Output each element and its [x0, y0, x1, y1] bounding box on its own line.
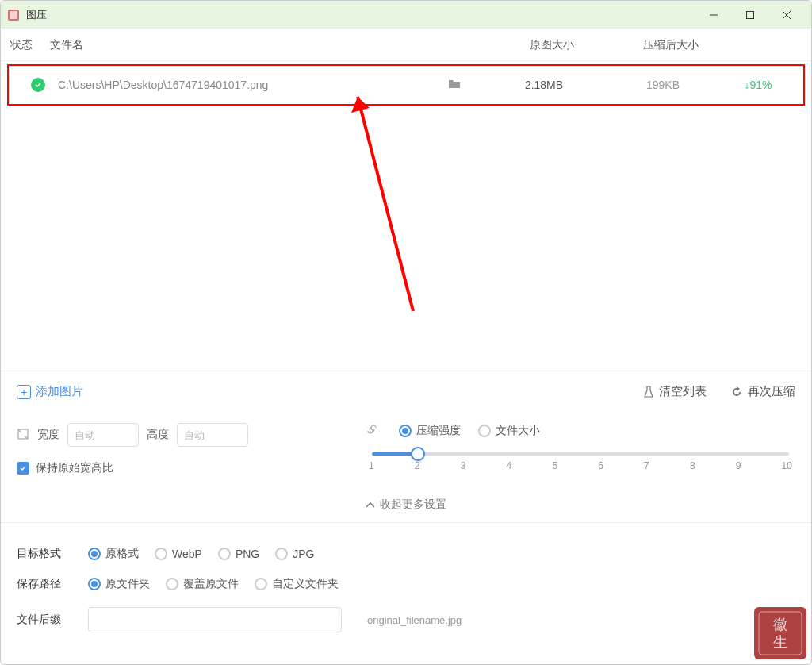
checkbox-icon: [17, 462, 29, 475]
app-title: 图压: [26, 8, 695, 22]
collapse-label: 收起更多设置: [380, 498, 446, 512]
savepath-custom-radio[interactable]: 自定义文件夹: [255, 577, 339, 591]
original-size: 2.18MB: [485, 79, 603, 91]
column-filename: 文件名: [50, 38, 492, 52]
format-label: 目标格式: [17, 547, 72, 561]
file-path: C:\Users\HP\Desktop\1674719401017.png: [58, 79, 268, 91]
annotation-arrow: [334, 89, 429, 327]
radio-icon: [399, 425, 412, 437]
mode-filesize-radio[interactable]: 文件大小: [478, 424, 540, 438]
minimize-button[interactable]: [695, 1, 732, 29]
savepath-label: 保存路径: [17, 577, 72, 591]
mode-filesize-label: 文件大小: [496, 424, 540, 438]
format-webp-radio[interactable]: WebP: [155, 548, 202, 560]
svg-rect-3: [747, 11, 754, 18]
svg-line-6: [358, 97, 413, 311]
suffix-input[interactable]: [88, 607, 342, 632]
compression-slider[interactable]: 12345678910: [366, 452, 795, 471]
clear-label: 清空列表: [659, 384, 707, 399]
file-list: C:\Users\HP\Desktop\1674719401017.png 2.…: [1, 61, 811, 371]
maximize-button[interactable]: [732, 1, 768, 29]
suffix-example: original_filename.jpg: [367, 614, 462, 626]
compressed-size: 199KB: [603, 79, 722, 91]
svg-rect-9: [754, 607, 806, 659]
svg-text:徽: 徽: [773, 617, 787, 632]
column-status: 状态: [10, 38, 50, 52]
file-row[interactable]: C:\Users\HP\Desktop\1674719401017.png 2.…: [7, 64, 805, 106]
format-jpg-radio[interactable]: JPG: [275, 548, 314, 560]
add-image-button[interactable]: + 添加图片: [17, 384, 83, 399]
add-label: 添加图片: [36, 384, 83, 399]
height-label: 高度: [147, 428, 169, 442]
mode-strength-radio[interactable]: 压缩强度: [399, 424, 461, 438]
folder-icon[interactable]: [448, 79, 461, 92]
plus-icon: +: [17, 385, 31, 399]
mode-strength-label: 压缩强度: [416, 424, 461, 438]
recompress-button[interactable]: 再次压缩: [730, 384, 795, 399]
advanced-settings: 目标格式 原格式 WebP PNG JPG 保存路径 原文件夹 覆盖原文件 自定…: [1, 522, 811, 664]
keep-aspect-label: 保持原始宽高比: [36, 461, 113, 475]
svg-text:生: 生: [773, 634, 787, 650]
savepath-overwrite-radio[interactable]: 覆盖原文件: [166, 577, 239, 591]
width-input[interactable]: [67, 423, 139, 447]
svg-rect-1: [10, 11, 17, 19]
compression-ratio: 91%: [749, 79, 772, 91]
collapse-toggle[interactable]: 收起更多设置: [1, 487, 811, 522]
seal-stamp: 徽 生: [753, 605, 808, 661]
recompress-label: 再次压缩: [748, 384, 795, 399]
savepath-original-radio[interactable]: 原文件夹: [88, 577, 150, 591]
app-window: 图压 状态 文件名 原图大小 压缩后大小: [0, 0, 812, 665]
titlebar: 图压: [1, 1, 811, 29]
flask-icon: [643, 386, 654, 398]
dimension-icon: [17, 428, 29, 443]
refresh-icon: [730, 386, 743, 398]
height-input[interactable]: [177, 423, 248, 447]
column-compressed-size: 压缩后大小: [611, 38, 730, 52]
chain-icon: [366, 423, 378, 438]
app-icon: [7, 9, 20, 21]
slider-thumb[interactable]: [411, 447, 425, 461]
format-original-radio[interactable]: 原格式: [88, 547, 139, 561]
status-success-icon: [31, 78, 45, 92]
action-bar: + 添加图片 清空列表 再次压缩: [1, 371, 811, 412]
slider-ticks: 12345678910: [369, 460, 792, 471]
column-original-size: 原图大小: [492, 38, 611, 52]
clear-list-button[interactable]: 清空列表: [643, 384, 707, 399]
width-label: 宽度: [37, 428, 59, 442]
format-png-radio[interactable]: PNG: [218, 548, 259, 560]
close-button[interactable]: [768, 1, 805, 29]
table-header: 状态 文件名 原图大小 压缩后大小: [1, 29, 811, 61]
keep-aspect-checkbox[interactable]: 保持原始宽高比: [17, 461, 334, 475]
chevron-up-icon: [366, 498, 375, 511]
settings-panel: 宽度 高度 保持原始宽高比 压缩强度: [1, 412, 811, 487]
radio-icon: [478, 425, 491, 437]
suffix-label: 文件后缀: [17, 613, 72, 627]
